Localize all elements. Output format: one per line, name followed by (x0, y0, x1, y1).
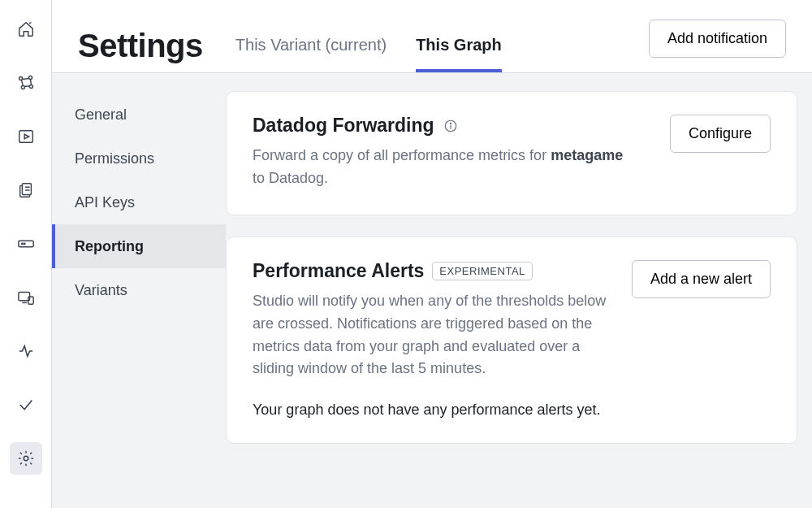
experimental-badge: EXPERIMENTAL (432, 262, 532, 280)
settings-nav: General Permissions API Keys Reporting V… (52, 73, 226, 508)
card-description: Studio will notify you when any of the t… (253, 290, 615, 381)
nav-item-reporting[interactable]: Reporting (52, 224, 226, 268)
rail-settings-icon[interactable] (10, 442, 42, 475)
info-icon[interactable] (443, 118, 459, 134)
tab-this-graph[interactable]: This Graph (416, 36, 502, 72)
rail-play-icon[interactable] (10, 120, 42, 153)
tab-this-variant[interactable]: This Variant (current) (235, 36, 387, 72)
page-header: Settings This Variant (current) This Gra… (52, 0, 812, 73)
page-title: Settings (78, 28, 203, 64)
settings-content: Datadog Forwarding Forward a copy of all… (226, 73, 812, 508)
configure-button[interactable]: Configure (670, 115, 771, 153)
svg-point-8 (24, 243, 24, 244)
svg-point-2 (21, 85, 24, 89)
add-notification-button[interactable]: Add notification (649, 20, 786, 58)
rail-activity-icon[interactable] (10, 335, 42, 367)
svg-point-13 (450, 123, 451, 124)
empty-alerts-note: Your graph does not have any performance… (253, 402, 771, 419)
rail-devices-icon[interactable] (10, 281, 42, 314)
svg-rect-5 (22, 184, 31, 195)
add-alert-button[interactable]: Add a new alert (632, 260, 771, 298)
nav-item-api-keys[interactable]: API Keys (52, 180, 226, 224)
nav-item-permissions[interactable]: Permissions (52, 137, 226, 180)
rail-diff-icon[interactable] (10, 174, 42, 206)
card-title: Datadog Forwarding (253, 115, 434, 137)
nav-item-variants[interactable]: Variants (52, 268, 226, 312)
card-title: Performance Alerts (253, 260, 424, 282)
svg-rect-4 (19, 131, 32, 143)
card-description: Forward a copy of all performance metric… (253, 145, 626, 190)
svg-rect-6 (18, 241, 32, 246)
card-performance-alerts: Performance Alerts EXPERIMENTAL Studio w… (226, 237, 797, 445)
nav-item-general[interactable]: General (52, 93, 226, 137)
svg-point-0 (19, 76, 22, 80)
svg-point-1 (28, 76, 32, 80)
icon-rail (0, 0, 52, 508)
scope-tabs: This Variant (current) This Graph (235, 16, 502, 72)
svg-point-11 (24, 456, 28, 461)
card-datadog-forwarding: Datadog Forwarding Forward a copy of all… (226, 91, 797, 215)
svg-point-3 (29, 85, 32, 89)
rail-check-icon[interactable] (10, 389, 42, 421)
rail-home-icon[interactable] (10, 13, 42, 46)
rail-graph-icon[interactable] (10, 67, 42, 99)
rail-field-icon[interactable] (10, 228, 42, 260)
svg-point-7 (21, 243, 22, 244)
